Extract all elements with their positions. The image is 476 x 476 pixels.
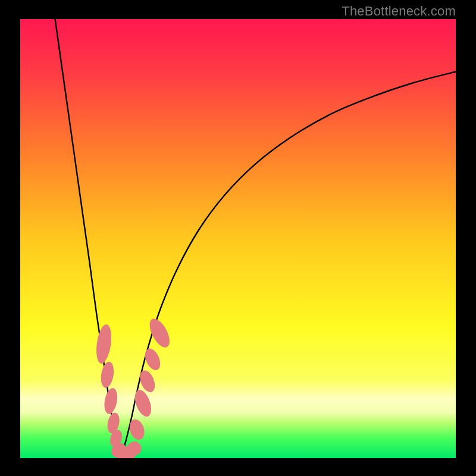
plot-area (20, 19, 456, 458)
data-markers (94, 315, 173, 458)
data-marker (99, 361, 115, 389)
data-marker (94, 324, 113, 365)
chart-frame: TheBottleneck.com (0, 0, 476, 476)
data-marker (102, 387, 119, 415)
curve-right-branch (120, 72, 456, 458)
data-marker (146, 315, 174, 350)
data-marker (127, 441, 141, 456)
watermark-text: TheBottleneck.com (342, 4, 456, 19)
curve-layer (20, 19, 456, 458)
